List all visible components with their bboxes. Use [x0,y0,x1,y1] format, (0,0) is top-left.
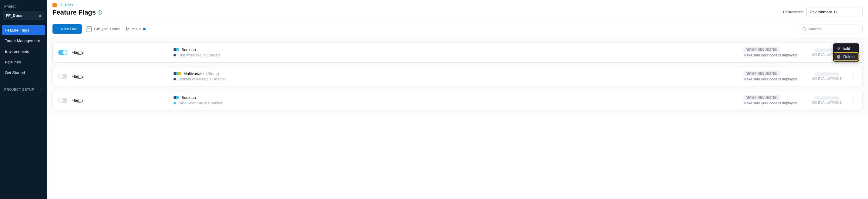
search-icon [802,27,806,31]
git-info: GitSync_Demo main [86,26,146,32]
chevron-right-icon: » [39,13,41,18]
flag-eval: NO EVALUATIONS [804,73,849,80]
new-flag-button[interactable]: + New Flag [53,24,82,34]
title-row: Feature Flags i [53,8,102,17]
plus-icon: + [57,27,59,31]
flag-left: Flag_7 [58,98,174,103]
flag-desc-row: Enabled when flag is Disabled [174,77,743,81]
eval-skeleton [815,96,839,100]
breadcrumb-project[interactable]: FF_Docs [59,3,73,7]
breadcrumb: FF_Docs › [53,3,102,7]
project-name: FF_Docs [6,13,23,18]
flag-left: Flag_8 [58,74,174,79]
search-box[interactable] [799,25,863,33]
trash-icon [836,55,841,59]
environment-picker: Environment Environment_B ⌄ [783,7,863,17]
context-menu-delete[interactable]: Delete [834,53,858,61]
status-badge: NEVER-REQUESTED [743,47,780,52]
status-text: Make sure your code is deployed [743,77,804,81]
variant-dots-icon [174,48,179,51]
branch-name[interactable]: main [132,27,141,31]
context-menu-edit-label: Edit [843,46,850,51]
sidebar: Project FF_Docs » Feature Flags Target M… [0,0,47,199]
repo-icon [86,26,92,32]
flag-type-row: Multivariate (String) [174,71,743,76]
project-label: Project [0,3,47,10]
project-selector[interactable]: FF_Docs » [3,11,44,20]
sync-status-dot [143,28,146,30]
eval-text: NO EVALUATIONS [812,101,842,104]
flag-eval: NO EVALUATIONS [804,96,849,104]
flag-menu-button[interactable]: ⋮ [849,73,857,80]
flag-row[interactable]: Flag_8 Multivariate (String) Enabled whe… [53,66,863,86]
flag-desc-row: True when flag is Enabled [174,53,743,57]
status-text: Make sure your code is deployed [743,53,804,57]
sidebar-nav: Feature Flags Target Management Environm… [0,25,47,78]
flag-menu-button[interactable]: ⋮ [849,97,857,104]
environment-select[interactable]: Environment_B ⌄ [806,7,863,17]
svg-point-3 [803,27,806,30]
svg-point-0 [126,27,127,28]
flag-name: Flag_9 [71,50,84,55]
branch-icon [126,27,130,31]
environment-label: Environment [783,10,803,14]
flag-status: NEVER-REQUESTED Make sure your code is d… [743,95,804,105]
flag-name: Flag_8 [71,74,84,79]
variant-dots-icon [174,72,181,75]
pencil-icon [836,47,841,51]
flag-name: Flag_7 [71,98,84,103]
flag-row[interactable]: Flag_7 Boolean False when flag is Disabl… [53,90,863,110]
environment-selected: Environment_B [810,10,837,14]
chevron-down-icon: ⌄ [40,87,43,91]
desc-dot [174,54,176,56]
project-setup[interactable]: PROJECT SETUP ⌄ [0,85,47,94]
desc-dot [174,102,176,104]
flag-desc: Enabled when flag is Disabled [178,77,226,81]
flag-list: Flag_9 Boolean True when flag is Enabled… [47,38,868,115]
header: FF_Docs › Feature Flags i Environment En… [47,0,868,20]
flag-type-row: Boolean [174,47,743,52]
svg-point-1 [126,30,127,31]
flag-type-row: Boolean [174,95,743,100]
toolbar: + New Flag GitSync_Demo main [47,20,868,38]
sidebar-item-get-started[interactable]: Get Started [2,68,45,78]
status-text: Make sure your code is deployed [743,101,804,105]
search-input[interactable] [808,27,859,31]
flag-toggle[interactable] [58,74,67,79]
flag-type: Boolean [181,95,196,100]
svg-point-2 [128,28,129,29]
status-badge: NEVER-REQUESTED [743,71,780,76]
main: FF_Docs › Feature Flags i Environment En… [47,0,868,199]
sidebar-item-pipelines[interactable]: Pipelines [2,57,45,67]
sidebar-item-target-management[interactable]: Target Management [2,36,45,46]
chevron-down-icon: ⌄ [856,10,859,14]
sidebar-item-environments[interactable]: Environments [2,47,45,56]
status-badge: NEVER-REQUESTED [743,95,780,100]
project-setup-label: PROJECT SETUP [4,88,34,91]
flag-type: Multivariate [184,71,204,76]
flag-status: NEVER-REQUESTED Make sure your code is d… [743,71,804,81]
desc-dot [174,78,176,80]
variant-dots-icon [174,96,179,99]
flag-center: Multivariate (String) Enabled when flag … [174,71,743,81]
eval-skeleton [815,73,839,76]
eval-text: NO EVALUATIONS [812,77,842,80]
info-icon[interactable]: i [98,10,102,15]
sidebar-item-feature-flags[interactable]: Feature Flags [2,25,45,35]
new-flag-label: New Flag [61,27,78,31]
page-title: Feature Flags [53,8,96,17]
chevron-right-icon: › [75,4,76,7]
flag-desc-row: False when flag is Disabled [174,101,743,105]
flag-desc: True when flag is Enabled [178,53,220,57]
flag-row[interactable]: Flag_9 Boolean True when flag is Enabled… [53,42,863,62]
context-menu: Edit Delete [833,44,859,62]
git-repo-name[interactable]: GitSync_Demo [94,27,120,31]
context-menu-delete-label: Delete [843,54,855,59]
flag-toggle[interactable] [58,50,67,55]
flag-left: Flag_9 [58,50,174,55]
flag-type: Boolean [181,47,196,52]
flag-toggle[interactable] [58,98,67,103]
context-menu-edit[interactable]: Edit [834,44,858,53]
flag-status: NEVER-REQUESTED Make sure your code is d… [743,47,804,57]
flag-center: Boolean True when flag is Enabled [174,47,743,57]
